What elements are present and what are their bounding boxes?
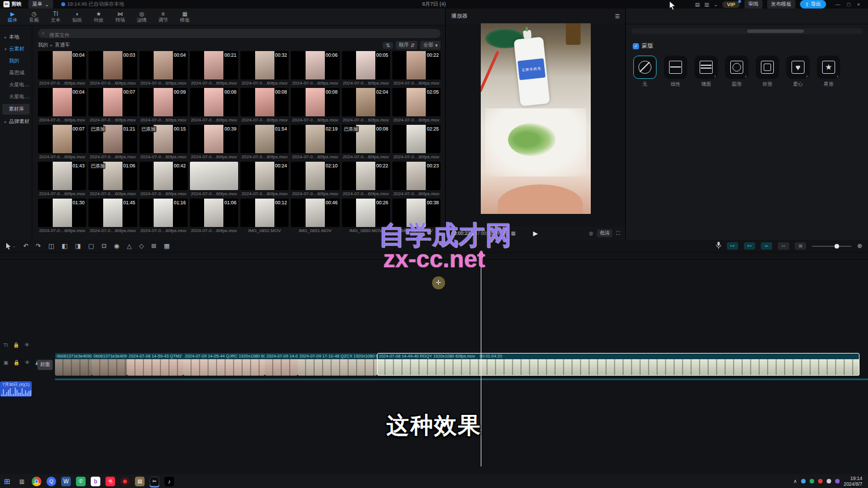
media-item[interactable]: 已添加 00:32 2024-07-0…60fps.mov: [240, 51, 289, 86]
sidebar-item[interactable]: 幕思城: [0, 67, 32, 79]
layout-panel-icon[interactable]: ▤: [695, 2, 700, 7]
media-item[interactable]: 已添加 00:24 2024-07-0…60fps.mov: [240, 162, 289, 196]
video-clip[interactable]: 2024-07-08 14-59-43 QTM2 192: [127, 353, 183, 376]
ribbon-tab[interactable]: ▶ 媒体: [2, 11, 23, 23]
timeline-tool-button[interactable]: △: [127, 242, 132, 250]
ribbon-tab[interactable]: ★ 特效: [88, 11, 109, 23]
video-clip[interactable]: 2024-07-08 14-49-40 RDQY 1920x1080 60fps…: [377, 353, 859, 376]
mask-option[interactable]: ↓ 无: [632, 56, 658, 88]
timeline-tool-button[interactable]: ▦: [164, 242, 170, 250]
media-item[interactable]: 已添加 01:06 2024-07-0…60fps.mov: [190, 199, 238, 233]
taskbar-app-icon[interactable]: ⊞: [2, 477, 12, 486]
media-item[interactable]: 已添加 00:15 2024-07-0…60fps.mov: [139, 125, 188, 159]
taskbar-app-icon[interactable]: [32, 477, 41, 486]
media-item[interactable]: 已添加 02:05 2024-07-0…60fps.mov: [392, 88, 441, 123]
sidebar-item[interactable]: 火星电…: [0, 91, 32, 103]
eye-icon[interactable]: 👁: [24, 342, 29, 348]
minimize-button[interactable]: —: [835, 2, 840, 7]
media-item[interactable]: 已添加 00:04 2024-07-0…60fps.mov: [38, 88, 86, 123]
media-item[interactable]: 已添加 00:03 2024-07-0…60fps.mov: [88, 51, 137, 86]
taskbar-app-icon[interactable]: ✂: [150, 477, 159, 486]
ribbon-tab[interactable]: ▦ 模板: [175, 11, 195, 23]
mask-option[interactable]: ↓ 爱心: [785, 56, 811, 88]
inspector-subtab[interactable]: [804, 30, 861, 33]
ribbon-tab[interactable]: ⋈ 转场: [110, 11, 130, 23]
mask-option[interactable]: ↓ 星形: [815, 56, 842, 88]
sort-order-dropdown[interactable]: 顺序 ⇵: [396, 41, 418, 49]
menu-button[interactable]: 菜单 ⌄: [28, 0, 53, 9]
timeline-tool-button[interactable]: ◧: [62, 242, 67, 250]
video-clip[interactable]: 2024-07-09 17-10-48 QZCX 1920x1080 60fps…: [298, 353, 377, 376]
timeline-zoom-slider[interactable]: [812, 246, 852, 247]
timeline-tool-button[interactable]: ◇: [139, 242, 143, 250]
media-item[interactable]: 已添加 00:39 2024-07-0…60fps.mov: [190, 125, 238, 159]
mask-option[interactable]: ↓ 镜面: [693, 56, 719, 88]
timeline-toggle[interactable]: ⇿: [778, 242, 789, 250]
close-button[interactable]: ×: [857, 2, 860, 7]
record-voiceover-button[interactable]: [716, 242, 721, 250]
media-item[interactable]: 已添加 00:08 2024-07-0…60fps.mov: [240, 88, 289, 123]
sidebar-item[interactable]: 我的: [0, 55, 32, 67]
mask-option[interactable]: ↓ 矩形: [754, 56, 781, 88]
player-stage[interactable]: 王牌羊奶皂: [446, 23, 625, 226]
inspector-subtab[interactable]: [747, 30, 805, 33]
media-item[interactable]: 已添加 01:06 2024-07-0…60fps.mov: [88, 162, 137, 196]
tracking-icon[interactable]: ◎: [589, 230, 593, 236]
maximize-button[interactable]: □: [847, 2, 850, 7]
media-item[interactable]: 已添加 2024-07-0…60fps.mov: [190, 162, 238, 196]
media-item[interactable]: 已添加 01:45 2024-07-0…60fps.mov: [88, 199, 137, 233]
tray-chevron-icon[interactable]: ∧: [793, 478, 797, 484]
ribbon-tab[interactable]: ◗ 贴纸: [67, 11, 87, 23]
select-tool[interactable]: ⌄: [6, 243, 16, 250]
play-button[interactable]: ▶: [533, 230, 537, 237]
media-item[interactable]: 已添加 00:08 2024-07-0…60fps.mov: [190, 88, 238, 123]
media-item[interactable]: 已添加 02:10 2024-07-0…60fps.mov: [291, 162, 339, 196]
tray-icon[interactable]: [801, 479, 806, 483]
media-item[interactable]: 已添加 00:04 2024-07-0…60fps.mov: [38, 51, 86, 86]
video-clip[interactable]: 2024-07-09 14-05: [265, 353, 298, 376]
media-item[interactable]: 已添加 02:25 2024-07-0…60fps.mov: [392, 125, 441, 159]
media-item[interactable]: 已添加 01:16 2024-07-0…60fps.mov: [139, 199, 188, 233]
media-item[interactable]: 已添加 00:12 IMG_0852.MOV: [240, 199, 289, 233]
sidebar-item[interactable]: 素材库: [2, 104, 29, 115]
media-item[interactable]: 已添加 00:09 2024-07-0…60fps.mov: [139, 88, 188, 123]
mask-option[interactable]: ↓ 线性: [662, 56, 689, 88]
video-clip[interactable]: 0b061371e3e4090: [55, 353, 92, 376]
tray-icon[interactable]: [827, 479, 831, 483]
timeline-toggle[interactable]: ⊷: [744, 242, 755, 250]
media-item[interactable]: 已添加 01:54 2024-07-0…60fps.mov: [240, 125, 289, 159]
media-item[interactable]: 已添加 01:30 2024-07-0…60fps.mov: [38, 199, 86, 233]
timeline-tool-button[interactable]: ◉: [114, 242, 120, 250]
media-item[interactable]: 已添加 02:04 2024-07-0…60fps.mov: [342, 88, 390, 123]
media-item[interactable]: 已添加 01:21 2024-07-0…60fps.mov: [88, 125, 137, 159]
media-item[interactable]: 已添加 00:23 2024-07-0…60fps.mov: [392, 162, 441, 196]
taskbar-app-icon[interactable]: ♪: [164, 477, 174, 486]
timeline-tool-button[interactable]: ↶: [23, 242, 28, 250]
taskbar-app-icon[interactable]: ▥: [17, 477, 27, 486]
taskbar-app-icon[interactable]: ✆: [76, 477, 86, 486]
taskbar-app-icon[interactable]: ▤: [135, 477, 145, 486]
media-item[interactable]: 已添加 01:43 2024-07-0…60fps.mov: [38, 162, 86, 196]
media-item[interactable]: 已添加 00:22 2024-07-0…60fps.mov: [342, 162, 390, 196]
media-item[interactable]: 已添加 00:07 2024-07-0…60fps.mov: [88, 88, 137, 123]
timeline-tool-button[interactable]: ◫: [48, 242, 54, 250]
media-item[interactable]: 已添加 00:42 2024-07-0…60fps.mov: [139, 162, 188, 196]
timeline-toggle[interactable]: ∞: [761, 242, 772, 250]
ribbon-tab[interactable]: TI 文本: [45, 11, 66, 23]
media-item[interactable]: 已添加 02:19 2024-07-0…60fps.mov: [291, 125, 339, 159]
taskbar-app-icon[interactable]: 书: [105, 477, 115, 486]
inspector-subtab[interactable]: [633, 30, 690, 33]
filter-dropdown[interactable]: 全部 ▾: [420, 41, 441, 49]
slider-handle-icon[interactable]: [835, 244, 839, 249]
vip-badge[interactable]: VIP: [722, 1, 740, 8]
quality-selector[interactable]: 低清: [597, 229, 612, 237]
taskbar-clock[interactable]: 19:14 2024/8/7: [844, 476, 862, 487]
publish-template-button[interactable]: 发布模板: [767, 0, 795, 9]
media-item[interactable]: 已添加 00:08 2024-07-0…60fps.mov: [291, 88, 339, 123]
taskbar-app-icon[interactable]: Q: [46, 477, 56, 486]
ribbon-tab[interactable]: ≡ 调节: [153, 11, 173, 23]
video-clip[interactable]: 2024-07-09 14-05-44 QJRC 1920x1080 60fps…: [183, 353, 265, 376]
fit-timeline-button[interactable]: ⊕: [857, 242, 862, 250]
media-item[interactable]: 已添加 00:21 2024-07-0…60fps.mov: [190, 51, 238, 86]
timeline-tool-button[interactable]: ▢: [88, 242, 94, 250]
